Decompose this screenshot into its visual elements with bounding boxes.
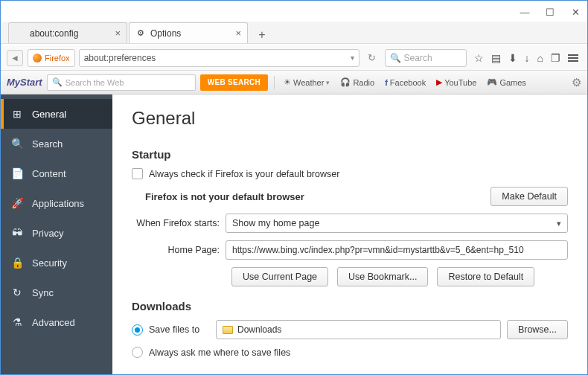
when-starts-value: Show my home page xyxy=(232,218,319,228)
always-ask-radio[interactable] xyxy=(132,347,143,358)
when-starts-select[interactable]: Show my home page xyxy=(226,214,568,233)
search-icon: 🔍 xyxy=(52,77,63,87)
weather-link[interactable]: ☀Weather▾ xyxy=(281,77,333,87)
facebook-link[interactable]: fFacebook xyxy=(382,78,429,87)
homepage-input[interactable]: https://www.bing.vc/index.php?pr=vmn&id=… xyxy=(226,240,568,260)
when-starts-row: When Firefox starts: Show my home page xyxy=(132,214,568,233)
urlbar-dropdown-icon[interactable]: ▾ xyxy=(351,54,354,62)
mystart-settings-icon[interactable]: ⚙ xyxy=(572,76,581,89)
games-link[interactable]: 🎮Games xyxy=(484,77,528,87)
browse-button[interactable]: Browse... xyxy=(507,320,568,339)
downloads-folder-input[interactable]: Downloads xyxy=(216,320,501,339)
default-browser-row: Firefox is not your default browser Make… xyxy=(132,187,568,206)
close-icon[interactable]: × xyxy=(235,28,241,39)
always-ask-row: Always ask me where to save files xyxy=(132,347,568,358)
back-button[interactable]: ◄ xyxy=(7,50,23,66)
sidebar-item-advanced[interactable]: ⚗Advanced xyxy=(1,307,112,337)
sidebar-item-label: Content xyxy=(32,168,66,179)
games-icon: 🎮 xyxy=(487,77,497,87)
sidebar-item-applications[interactable]: 🚀Applications xyxy=(1,188,112,218)
menu-icon[interactable] xyxy=(568,54,578,62)
bookmark-star-icon[interactable]: ☆ xyxy=(474,52,484,64)
home-icon[interactable]: ⌂ xyxy=(537,52,543,64)
toolbar-icons: ☆ ▤ ⬇ ↓ ⌂ ❐ xyxy=(471,52,581,64)
new-tab-button[interactable]: + xyxy=(252,27,272,43)
search-icon: 🔍 xyxy=(11,138,23,150)
sync-icon: ↻ xyxy=(11,286,23,298)
mystart-logo[interactable]: MyStart xyxy=(7,77,42,88)
general-icon: ⊞ xyxy=(11,108,23,120)
tab-about-config[interactable]: about:config × xyxy=(8,22,127,43)
homepage-label: Home Page: xyxy=(132,245,220,255)
download-icon[interactable]: ↓ xyxy=(525,52,530,64)
tab-options[interactable]: ⚙ Options × xyxy=(129,22,248,43)
sidebar-item-label: Privacy xyxy=(32,228,64,239)
window-close-button[interactable]: ✕ xyxy=(571,7,580,16)
save-to-radio[interactable] xyxy=(132,324,143,336)
search-bar[interactable]: 🔍 Search xyxy=(385,49,467,67)
mystart-search-input[interactable]: 🔍 Search the Web xyxy=(47,74,196,91)
sidebar-item-general[interactable]: ⊞General xyxy=(1,99,112,129)
sidebar-item-security[interactable]: 🔒Security xyxy=(1,248,112,278)
privacy-icon: 🕶 xyxy=(11,227,23,239)
radio-link[interactable]: 🎧Radio xyxy=(337,77,377,87)
always-check-row: Always check if Firefox is your default … xyxy=(132,168,568,179)
applications-icon: 🚀 xyxy=(11,197,23,209)
link-label: Radio xyxy=(353,78,374,87)
headphones-icon: 🎧 xyxy=(340,77,351,87)
downloads-heading: Downloads xyxy=(132,300,568,312)
identity-box[interactable]: Firefox xyxy=(28,49,75,67)
window-minimize-button[interactable]: — xyxy=(520,7,529,16)
pocket-icon[interactable]: ⬇ xyxy=(508,52,517,64)
use-current-page-button[interactable]: Use Current Page xyxy=(231,267,328,286)
save-to-label: Save files to xyxy=(149,324,210,335)
sidebar-item-label: Advanced xyxy=(32,317,75,328)
sidebar-item-label: Security xyxy=(32,257,67,269)
tab-title: Options xyxy=(150,28,181,39)
youtube-link[interactable]: ▶YouTube xyxy=(433,77,479,87)
sidebar-item-label: General xyxy=(32,109,66,120)
startup-heading: Startup xyxy=(132,148,568,161)
sidebar-item-content[interactable]: 📄Content xyxy=(1,158,112,188)
share-icon[interactable]: ❐ xyxy=(551,52,560,64)
sidebar-item-label: Search xyxy=(32,138,63,150)
tab-strip: about:config × ⚙ Options × + xyxy=(1,22,587,44)
mystart-toolbar: MyStart 🔍 Search the Web WEB SEARCH ☀Wea… xyxy=(1,71,587,94)
always-ask-label: Always ask me where to save files xyxy=(149,347,290,358)
sun-icon: ☀ xyxy=(284,77,291,87)
link-label: Weather xyxy=(293,78,324,87)
mystart-search-placeholder: Search the Web xyxy=(65,78,124,87)
when-starts-label: When Firefox starts: xyxy=(132,218,220,228)
search-icon: 🔍 xyxy=(390,53,401,63)
restore-default-button[interactable]: Restore to Default xyxy=(437,267,534,286)
tab-favicon xyxy=(15,28,25,39)
close-icon[interactable]: × xyxy=(115,28,121,39)
page-title: General xyxy=(132,108,568,129)
use-bookmark-button[interactable]: Use Bookmark... xyxy=(337,267,428,286)
tab-title: about:config xyxy=(30,28,78,39)
identity-label: Firefox xyxy=(45,54,70,62)
save-to-row: Save files to Downloads Browse... xyxy=(132,320,568,339)
web-search-button[interactable]: WEB SEARCH xyxy=(200,74,268,91)
sidebar-item-privacy[interactable]: 🕶Privacy xyxy=(1,218,112,248)
url-bar[interactable]: about:preferences ▾ xyxy=(79,49,359,67)
window-maximize-button[interactable]: ☐ xyxy=(546,7,555,16)
url-text: about:preferences xyxy=(84,53,156,63)
make-default-button[interactable]: Make Default xyxy=(490,187,568,206)
list-icon[interactable]: ▤ xyxy=(491,52,501,64)
sidebar-item-sync[interactable]: ↻Sync xyxy=(1,278,112,307)
gear-icon: ⚙ xyxy=(135,28,146,39)
always-check-checkbox[interactable] xyxy=(132,168,143,179)
not-default-label: Firefox is not your default browser xyxy=(145,191,485,202)
always-check-label: Always check if Firefox is your default … xyxy=(149,169,339,179)
content-area: ⊞General 🔍Search 📄Content 🚀Applications … xyxy=(1,94,587,375)
homepage-button-row: Use Current Page Use Bookmark... Restore… xyxy=(231,267,568,286)
security-icon: 🔒 xyxy=(11,257,23,269)
reload-button[interactable]: ↻ xyxy=(364,50,380,66)
sidebar-item-search[interactable]: 🔍Search xyxy=(1,129,112,158)
folder-icon xyxy=(223,326,233,334)
homepage-value: https://www.bing.vc/index.php?pr=vmn&id=… xyxy=(232,245,524,255)
homepage-row: Home Page: https://www.bing.vc/index.php… xyxy=(132,240,568,260)
sidebar-item-label: Applications xyxy=(32,198,84,209)
preferences-sidebar: ⊞General 🔍Search 📄Content 🚀Applications … xyxy=(1,94,112,375)
